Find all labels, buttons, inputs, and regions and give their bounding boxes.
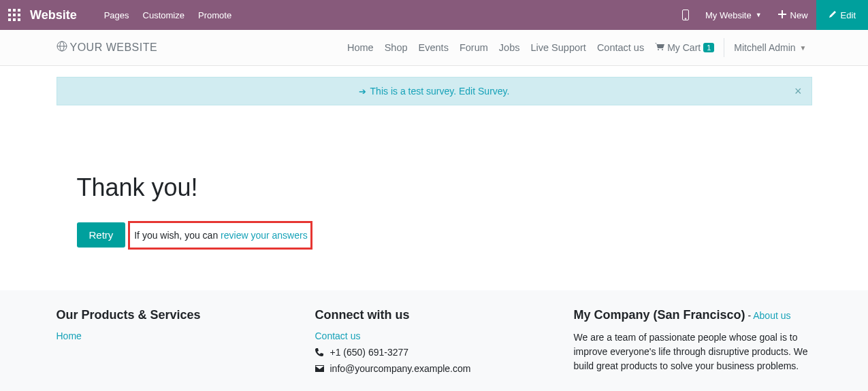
- footer-home-link[interactable]: Home: [57, 330, 295, 341]
- footer-col-products: Our Products & Services Home: [57, 308, 295, 379]
- site-logo-text: YOUR WEBSITE: [70, 41, 158, 54]
- user-menu[interactable]: Mitchell Admin ▼: [728, 42, 811, 53]
- review-answers-box: If you wish, you can review your answers: [128, 221, 312, 250]
- svg-rect-8: [18, 18, 20, 21]
- footer-contact-link[interactable]: Contact us: [315, 330, 553, 341]
- cart-link[interactable]: My Cart 1: [649, 42, 720, 53]
- nav-forum[interactable]: Forum: [454, 42, 494, 53]
- menu-customize[interactable]: Customize: [136, 10, 191, 20]
- footer-company-heading: My Company (San Francisco) - About us: [574, 308, 812, 322]
- chevron-down-icon: ▼: [800, 44, 807, 52]
- menu-promote[interactable]: Promote: [191, 10, 238, 20]
- footer-email-text: info@yourcompany.example.com: [330, 363, 471, 374]
- alert-text: This is a test survey. Edit Survey.: [370, 86, 510, 97]
- svg-rect-7: [13, 18, 16, 21]
- review-answers-link[interactable]: review your answers: [221, 230, 308, 241]
- arrow-right-icon: ➔: [359, 86, 366, 97]
- globe-icon: [57, 41, 67, 54]
- nav-contact-us[interactable]: Contact us: [592, 42, 649, 53]
- svg-rect-1: [13, 9, 16, 12]
- footer-phone-text: +1 (650) 691-3277: [330, 347, 409, 358]
- chevron-down-icon: ▼: [756, 12, 762, 18]
- svg-rect-0: [8, 9, 11, 12]
- alert-close-button[interactable]: ×: [794, 84, 802, 99]
- footer-company-body: We are a team of passionate people whose…: [574, 330, 812, 373]
- app-brand[interactable]: Website: [30, 8, 77, 22]
- svg-rect-5: [18, 14, 20, 16]
- website-selector[interactable]: My Website ▼: [697, 0, 770, 30]
- apps-icon[interactable]: [8, 9, 20, 21]
- footer-connect-heading: Connect with us: [315, 308, 553, 322]
- new-button-label: New: [790, 10, 808, 20]
- website-selector-label: My Website: [705, 10, 752, 20]
- footer-col-company: My Company (San Francisco) - About us We…: [574, 308, 812, 379]
- new-button[interactable]: New: [770, 0, 816, 30]
- svg-rect-2: [18, 9, 20, 12]
- cart-icon: [655, 42, 664, 53]
- main-content: Thank you! Retry If you wish, you can re…: [57, 105, 812, 290]
- mobile-preview-button[interactable]: [674, 0, 697, 30]
- site-logo[interactable]: YOUR WEBSITE: [57, 41, 158, 54]
- svg-rect-6: [8, 18, 11, 21]
- test-survey-alert: ➔ This is a test survey. Edit Survey. ×: [57, 77, 812, 105]
- site-header: YOUR WEBSITE Home Shop Events Forum Jobs…: [0, 30, 868, 66]
- plus-icon: [778, 10, 786, 20]
- phone-icon: [315, 348, 325, 356]
- edit-survey-link[interactable]: ➔ This is a test survey. Edit Survey.: [359, 86, 510, 97]
- svg-point-10: [685, 18, 686, 20]
- menu-pages[interactable]: Pages: [97, 10, 136, 20]
- top-bar: Website Pages Customize Promote My Websi…: [0, 0, 868, 30]
- pencil-icon: [829, 10, 837, 20]
- review-prefix-text: If you wish, you can: [134, 230, 221, 241]
- page-title: Thank you!: [77, 173, 802, 202]
- footer: Our Products & Services Home Connect wit…: [0, 290, 868, 391]
- cart-label: My Cart: [667, 42, 701, 53]
- footer-about-link[interactable]: About us: [753, 310, 790, 321]
- edit-button[interactable]: Edit: [816, 0, 868, 30]
- nav-events[interactable]: Events: [413, 42, 454, 53]
- nav-live-support[interactable]: Live Support: [525, 42, 591, 53]
- footer-email: info@yourcompany.example.com: [315, 363, 553, 374]
- user-name-label: Mitchell Admin: [734, 42, 795, 53]
- svg-rect-12: [778, 14, 786, 15]
- nav-home[interactable]: Home: [342, 42, 379, 53]
- nav-shop[interactable]: Shop: [379, 42, 413, 53]
- retry-button[interactable]: Retry: [77, 222, 126, 248]
- footer-products-heading: Our Products & Services: [57, 308, 295, 322]
- svg-rect-3: [8, 14, 11, 16]
- nav-jobs[interactable]: Jobs: [494, 42, 526, 53]
- footer-col-connect: Connect with us Contact us +1 (650) 691-…: [315, 308, 553, 379]
- envelope-icon: [315, 365, 325, 372]
- svg-rect-4: [13, 14, 16, 16]
- footer-phone: +1 (650) 691-3277: [315, 347, 553, 358]
- cart-count-badge: 1: [703, 43, 714, 52]
- edit-button-label: Edit: [841, 10, 856, 20]
